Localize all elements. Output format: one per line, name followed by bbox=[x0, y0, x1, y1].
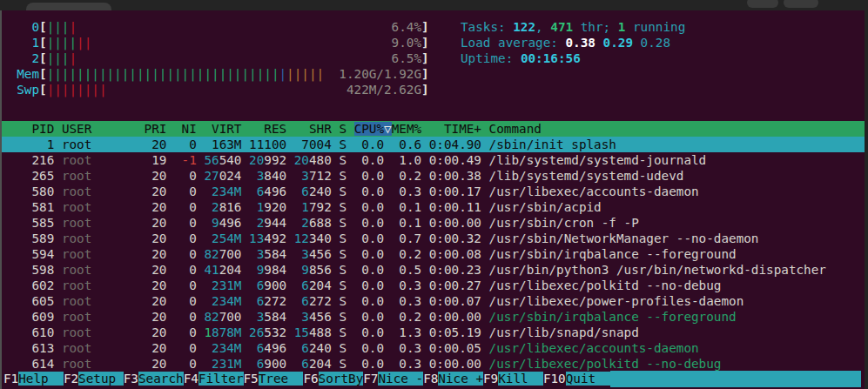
window-control-left[interactable] bbox=[747, 0, 778, 8]
cell-user: root bbox=[62, 184, 137, 198]
fkey-nice-button[interactable]: F8Nice + bbox=[423, 371, 483, 387]
process-row[interactable]: 614 root 20 0 231M 6900 6204 S 0.0 0.3 0… bbox=[2, 356, 865, 372]
cell-pri: 20 bbox=[145, 325, 167, 339]
column-header-time[interactable]: TIME+ bbox=[421, 122, 481, 136]
cell-time: 0:00.05 bbox=[421, 341, 481, 355]
process-row[interactable]: 598 root 20 0 41204 9984 9856 S 0.0 0.5 … bbox=[2, 262, 865, 278]
cell-pri: 20 bbox=[145, 169, 167, 183]
cell-cpu: 0.0 bbox=[354, 216, 384, 230]
fkey-label: Tree bbox=[259, 372, 304, 386]
column-header-command[interactable]: Command bbox=[489, 122, 542, 136]
cell-time: 0:00.00 bbox=[421, 357, 481, 371]
cell-state: S bbox=[339, 200, 347, 214]
cell-mem: 0.3 bbox=[392, 184, 421, 198]
process-row[interactable]: 602 root 20 0 231M 6900 6204 S 0.0 0.3 0… bbox=[2, 278, 865, 293]
cell-time: 0:00.11 bbox=[421, 200, 481, 214]
tasks-line-segment: 471 bbox=[550, 20, 573, 34]
cell-res: 840 bbox=[264, 169, 286, 183]
cell-virt: 234M bbox=[212, 184, 241, 198]
fkey-setup-button[interactable]: F2Setup bbox=[64, 371, 124, 387]
cell-res bbox=[249, 310, 257, 324]
column-header-shr[interactable]: SHR bbox=[294, 122, 332, 136]
cell-virt: 82 bbox=[204, 247, 219, 261]
fkey-sortby-button[interactable]: F6SortBy bbox=[303, 371, 363, 387]
column-header-user[interactable]: USER bbox=[62, 122, 137, 136]
cell-cpu: 0.0 bbox=[354, 310, 384, 324]
fkey-kill-button[interactable]: F9Kill bbox=[483, 371, 543, 387]
fkey-tree-button[interactable]: F5Tree bbox=[244, 371, 304, 387]
fkey-nice-button[interactable]: F7Nice - bbox=[363, 371, 423, 387]
process-row[interactable]: 613 root 20 0 234M 6496 6240 S 0.0 0.3 0… bbox=[2, 340, 865, 356]
cell-state: S bbox=[339, 357, 347, 371]
load-average-line-segment: 0.38 bbox=[566, 36, 603, 50]
cell-shr: 6 bbox=[301, 184, 309, 198]
column-header-ni[interactable]: NI bbox=[174, 122, 197, 136]
process-row[interactable]: 581 root 20 0 2816 1920 1792 S 0.0 0.1 0… bbox=[2, 199, 865, 215]
spacer-line bbox=[2, 97, 865, 121]
cell-pid: 602 bbox=[2, 278, 54, 292]
meter-bar-g: |||| bbox=[47, 36, 77, 50]
column-header-res[interactable]: RES bbox=[249, 122, 286, 136]
cell-virt: 1 bbox=[204, 325, 212, 339]
fkey-label: SortBy bbox=[319, 372, 364, 386]
terminal-tab[interactable] bbox=[26, 3, 111, 10]
cell-command: /usr/lib/snapd/snapd bbox=[489, 325, 639, 339]
load-average-line-segment: 0.29 bbox=[603, 36, 641, 50]
fkey-label: Quit bbox=[566, 372, 611, 386]
cell-user: root bbox=[62, 310, 137, 324]
fkey-quit-button[interactable]: F10Quit bbox=[543, 371, 610, 387]
cell-ni: 0 bbox=[174, 184, 197, 198]
column-header-s[interactable]: S bbox=[339, 122, 347, 136]
cell-shr: 15 bbox=[294, 325, 309, 339]
cell-command: /usr/libexec/power-profiles-daemon bbox=[489, 294, 744, 308]
cell-pri: 20 bbox=[145, 231, 167, 245]
cell-time: 0:00.17 bbox=[421, 184, 481, 198]
cell-command: /usr/sbin/irqbalance --foreground bbox=[489, 247, 737, 261]
column-header-cpu-sorted[interactable]: CPU%▽ bbox=[354, 122, 392, 136]
process-row-selected[interactable]: 1 root 20 0 163M 11100 7004 S 0.0 0.6 0:… bbox=[2, 137, 865, 152]
cell-user: root bbox=[62, 263, 137, 277]
column-header-pri[interactable]: PRI bbox=[145, 122, 167, 136]
cell-time: 0:04.90 bbox=[421, 137, 481, 151]
cell-ni: -1 bbox=[174, 153, 197, 167]
process-row[interactable]: 580 root 20 0 234M 6496 6240 S 0.0 0.3 0… bbox=[2, 184, 865, 199]
process-row[interactable]: 610 root 20 0 1878M 26532 15488 S 0.0 1.… bbox=[2, 325, 865, 340]
process-row[interactable]: 265 root 20 0 27024 3840 3712 S 0.0 0.2 … bbox=[2, 168, 865, 184]
cpu-meter-2-gauge: ||||6.5% bbox=[47, 50, 421, 66]
cell-mem: 1.0 bbox=[392, 153, 421, 167]
window-control-right[interactable] bbox=[784, 0, 818, 8]
cell-state: S bbox=[339, 137, 347, 151]
process-row[interactable]: 589 root 20 0 254M 13492 12340 S 0.0 0.7… bbox=[2, 231, 865, 246]
cell-res: 532 bbox=[264, 325, 286, 339]
column-header-pid[interactable]: PID bbox=[2, 122, 54, 136]
tasks-line-segment: Tasks: bbox=[461, 20, 513, 34]
cell-shr: 7004 bbox=[294, 137, 332, 151]
cell-res bbox=[249, 341, 257, 355]
process-row[interactable]: 605 root 20 0 234M 6272 6272 S 0.0 0.3 0… bbox=[2, 293, 865, 309]
process-row[interactable]: 216 root 19 -1 56540 20992 20480 S 0.0 1… bbox=[2, 152, 865, 168]
fkey-search-button[interactable]: F3Search bbox=[124, 371, 184, 387]
fkey-label: Nice + bbox=[438, 372, 483, 386]
process-row[interactable]: 609 root 20 0 82700 3584 3456 S 0.0 0.2 … bbox=[2, 309, 865, 325]
cell-res: 11100 bbox=[249, 137, 286, 151]
cpu-meter-0: 0[||||6.4%] bbox=[2, 19, 865, 35]
column-header-mem[interactable]: MEM% bbox=[392, 122, 421, 136]
fkey-filter-button[interactable]: F4Filter bbox=[184, 371, 244, 387]
cell-shr: 2 bbox=[301, 216, 309, 230]
mem-meter-label: Mem bbox=[2, 67, 39, 81]
cell-user: root bbox=[62, 294, 137, 308]
fkey-help-button[interactable]: F1Help bbox=[3, 371, 64, 387]
cell-command: /sbin/init splash bbox=[489, 137, 616, 151]
cell-command: /usr/libexec/accounts-daemon bbox=[489, 341, 699, 355]
process-row[interactable]: 585 root 20 0 9496 2944 2688 S 0.0 0.1 0… bbox=[2, 215, 865, 231]
meter-bar-r: | bbox=[69, 51, 77, 65]
cell-res: 992 bbox=[264, 153, 286, 167]
cell-pid: 580 bbox=[2, 184, 54, 198]
uptime-line-segment: 00:16:56 bbox=[521, 51, 581, 65]
cell-shr: 272 bbox=[309, 294, 332, 308]
column-header-virt[interactable]: VIRT bbox=[204, 122, 241, 136]
process-row[interactable]: 594 root 20 0 82700 3584 3456 S 0.0 0.2 … bbox=[2, 246, 865, 262]
cell-ni: 0 bbox=[174, 263, 197, 277]
cell-shr: 12 bbox=[294, 231, 309, 245]
cell-virt: 700 bbox=[219, 247, 242, 261]
